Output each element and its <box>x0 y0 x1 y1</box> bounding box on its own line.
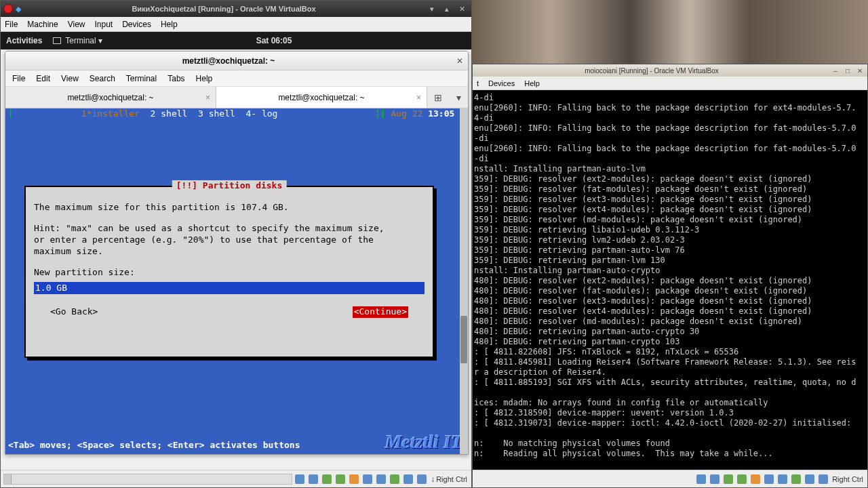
terminal-menu: File Edit View Search Terminal Tabs Help <box>5 70 468 87</box>
new-tab-button[interactable]: ⊞ <box>434 92 442 103</box>
vm-window-left: ◆ ВикиXochiquetzal [Running] - Oracle VM… <box>0 0 472 488</box>
menu-view[interactable]: View <box>68 20 85 29</box>
dialog-title: [!!] Partition disks <box>172 180 287 192</box>
host-key-indicator: Right Ctrl <box>431 474 467 484</box>
optical-icon[interactable] <box>309 474 318 484</box>
minimize-button-right[interactable]: – <box>831 67 840 75</box>
maximize-button-right[interactable]: □ <box>843 67 852 75</box>
minimize-button[interactable]: ▾ <box>427 5 437 14</box>
tab-1-close-icon[interactable]: × <box>205 93 210 102</box>
vbox-statusbar-left: Right Ctrl <box>1 470 471 487</box>
partition-size-input[interactable]: 1.0 GB <box>34 282 425 294</box>
tab-2-close-icon[interactable]: × <box>416 93 421 102</box>
menu-file[interactable]: File <box>5 20 18 29</box>
pin-icon[interactable]: ◆ <box>16 5 21 14</box>
go-back-button[interactable]: <Go Back> <box>50 306 98 318</box>
tab-2[interactable]: metztli@xochiquetzal: ~ × <box>216 87 427 108</box>
terminal-body: [1*installer 2 shell 3 shell 4- log ][ A… <box>5 108 468 454</box>
audio-icon-r[interactable] <box>724 474 733 484</box>
tab-actions: ⊞ ▾ <box>427 87 468 108</box>
menu-machine[interactable]: Machine <box>27 20 58 29</box>
cpu-icon-r[interactable] <box>805 474 814 484</box>
watermark: Metztli IT <box>385 430 462 454</box>
menu-input[interactable]: Input <box>95 20 113 29</box>
recording-icon[interactable] <box>390 474 399 484</box>
vbox-titlebar: ◆ ВикиXochiquetzal [Running] - Oracle VM… <box>1 1 471 17</box>
dialog-text-2: Hint: "max" can be used as a shortcut to… <box>34 223 425 258</box>
vbox-title-text-right: moiocoiani [Running] - Oracle VM Virtual… <box>473 67 831 75</box>
tmenu-file[interactable]: File <box>12 74 25 83</box>
usb-icon[interactable] <box>349 474 359 484</box>
scrollbar-thumb[interactable] <box>460 316 467 363</box>
terminal-close-button[interactable]: ✕ <box>452 56 468 66</box>
tmenu-view[interactable]: View <box>61 74 79 83</box>
terminal-tabs: metztli@xochiquetzal: ~ × metztli@xochiq… <box>5 87 468 108</box>
activities-button[interactable]: Activities <box>6 36 42 45</box>
screen-status-line: [1*installer 2 shell 3 shell 4- log ][ A… <box>5 108 468 120</box>
network-icon-r[interactable] <box>737 474 747 484</box>
tab-menu-button[interactable]: ▾ <box>456 92 461 103</box>
disk-icon[interactable] <box>295 474 304 484</box>
tmenu-search[interactable]: Search <box>90 74 115 83</box>
menu-partial[interactable]: t <box>477 79 479 87</box>
tmenu-tabs[interactable]: Tabs <box>167 74 184 83</box>
console-output: 4-di enu[2960]: INFO: Falling back to th… <box>473 90 867 470</box>
vbox-statusbar-right: Right Ctrl <box>473 470 867 487</box>
tab-1[interactable]: metztli@xochiquetzal: ~ × <box>5 87 216 108</box>
vbox-menu: File Machine View Input Devices Help <box>1 17 471 32</box>
display-icon[interactable] <box>376 474 386 484</box>
clock[interactable]: Sat 06:05 <box>256 36 292 45</box>
menu-devices-r[interactable]: Devices <box>488 79 515 87</box>
optical-icon-r[interactable] <box>710 474 719 484</box>
usb-icon-r[interactable] <box>751 474 760 484</box>
audio-icon[interactable] <box>322 474 332 484</box>
recording-icon-r[interactable] <box>791 474 801 484</box>
vbox-menu-right: t Devices Help <box>473 77 867 90</box>
cpu-icon[interactable] <box>403 474 413 484</box>
dialog-prompt: New partition size: <box>34 267 425 279</box>
shared-folder-icon-r[interactable] <box>764 474 774 484</box>
shared-folder-icon[interactable] <box>363 474 372 484</box>
close-button-right[interactable]: ✕ <box>855 67 865 75</box>
display-icon-r[interactable] <box>778 474 787 484</box>
vm-window-right: moiocoiani [Running] - Oracle VM Virtual… <box>472 64 868 488</box>
continue-button[interactable]: <Continue> <box>353 306 408 318</box>
terminal-titlebar: metztli@xochiquetzal: ~ ✕ <box>5 52 468 70</box>
vbox-title-icons: ◆ <box>1 4 21 14</box>
app-icon <box>3 4 13 14</box>
mouse-integration-icon-r[interactable] <box>818 474 828 484</box>
host-key-indicator-r: Right Ctrl <box>832 475 863 483</box>
terminal-title: metztli@xochiquetzal: ~ <box>5 56 452 66</box>
horizontal-scrollbar[interactable] <box>3 474 292 485</box>
tmenu-help[interactable]: Help <box>196 74 213 83</box>
tmenu-terminal[interactable]: Terminal <box>126 74 157 83</box>
gnome-topbar: Activities Terminal ▾ Sat 06:05 <box>1 32 471 49</box>
app-menu[interactable]: Terminal ▾ <box>53 36 102 45</box>
tmenu-edit[interactable]: Edit <box>36 74 50 83</box>
menu-help-r[interactable]: Help <box>524 79 540 87</box>
vbox-titlebar-right: moiocoiani [Running] - Oracle VM Virtual… <box>473 64 867 77</box>
close-button[interactable]: ✕ <box>456 5 467 14</box>
disk-icon-r[interactable] <box>696 474 706 484</box>
menu-devices[interactable]: Devices <box>122 20 151 29</box>
desktop-wallpaper-slice <box>472 0 868 64</box>
maximize-button[interactable]: ▴ <box>441 5 452 14</box>
partition-dialog: [!!] Partition disks The maximum size fo… <box>24 186 434 358</box>
terminal-window: metztli@xochiquetzal: ~ ✕ File Edit View… <box>5 51 469 455</box>
dialog-text-1: The maximum size for this partition is 1… <box>34 202 425 214</box>
terminal-scrollbar[interactable] <box>460 108 468 454</box>
terminal-icon <box>53 37 61 44</box>
mouse-integration-icon[interactable] <box>417 474 427 484</box>
hint-line: <Tab> moves; <Space> selects; <Enter> ac… <box>8 440 300 451</box>
menu-help[interactable]: Help <box>161 20 178 29</box>
network-icon[interactable] <box>336 474 345 484</box>
vbox-title-text: ВикиXochiquetzal [Running] - Oracle VM V… <box>21 5 427 13</box>
